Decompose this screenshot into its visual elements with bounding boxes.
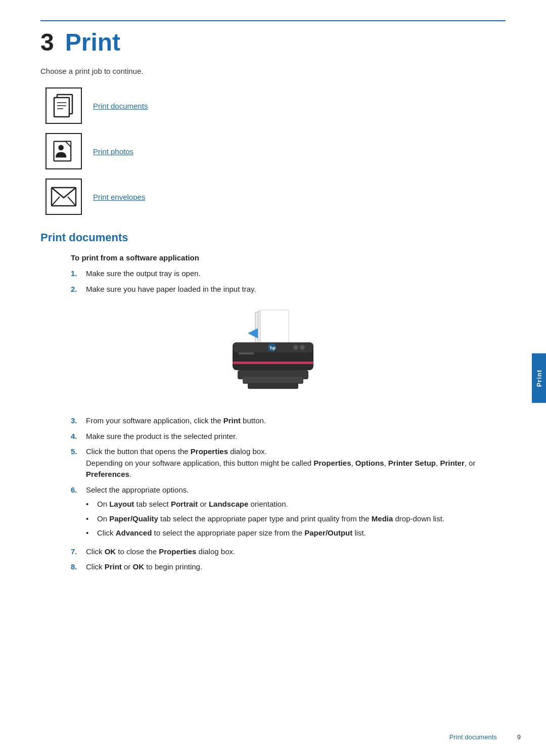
- svg-point-23: [293, 345, 298, 350]
- intro-text: Choose a print job to continue.: [40, 67, 506, 75]
- nav-item-print-envelopes: Print envelopes: [46, 179, 506, 215]
- step-6-text: Select the appropriate options. • On Lay…: [86, 484, 506, 542]
- svg-rect-21: [243, 377, 303, 384]
- sidebar-tab-label: Print: [535, 369, 543, 387]
- step-3-text: From your software application, click th…: [86, 415, 506, 427]
- printer-image: hp: [40, 307, 506, 403]
- svg-marker-14: [248, 328, 258, 338]
- svg-text:hp: hp: [270, 345, 276, 350]
- bullet-layout: • On Layout tab select Portrait or Lands…: [86, 499, 506, 510]
- step-3-num: 3.: [71, 415, 86, 427]
- chapter-number: 3: [40, 30, 54, 55]
- bullet-text-3: Click Advanced to select the appropriate…: [97, 527, 366, 539]
- bullet-text-2: On Paper/Quality tab select the appropri…: [97, 513, 444, 525]
- svg-rect-19: [233, 362, 313, 364]
- step-2-num: 2.: [71, 284, 86, 295]
- section-heading: Print documents: [40, 231, 506, 244]
- page-footer: Print documents 9: [449, 733, 521, 741]
- svg-point-24: [300, 345, 305, 350]
- step-7: 7. Click OK to close the Properties dial…: [71, 546, 506, 558]
- step-4-num: 4.: [71, 431, 86, 442]
- svg-rect-25: [239, 352, 254, 354]
- step-5: 5. Click the button that opens the Prope…: [71, 446, 506, 480]
- step-7-num: 7.: [71, 546, 86, 558]
- envelope-icon: [46, 179, 82, 215]
- chapter-heading: 3 Print: [40, 30, 506, 55]
- bullet-text-1: On Layout tab select Portrait or Landsca…: [97, 499, 288, 510]
- step-8: 8. Click Print or OK to begin printing.: [71, 561, 506, 573]
- step-2: 2. Make sure you have paper loaded in th…: [71, 284, 506, 295]
- print-envelopes-link[interactable]: Print envelopes: [93, 193, 145, 201]
- steps-list: 1. Make sure the output tray is open. 2.…: [71, 268, 506, 295]
- nav-item-print-documents: Print documents: [46, 87, 506, 124]
- subsection-label: To print from a software application: [71, 253, 506, 262]
- footer-link[interactable]: Print documents: [449, 733, 497, 741]
- step-5-num: 5.: [71, 446, 86, 480]
- steps-list-continued: 3. From your software application, click…: [71, 415, 506, 573]
- top-rule: [40, 20, 506, 21]
- footer-page-number: 9: [517, 733, 521, 741]
- step-1-text: Make sure the output tray is open.: [86, 268, 506, 280]
- step-8-num: 8.: [71, 561, 86, 573]
- svg-rect-1: [54, 98, 69, 117]
- documents-icon: [46, 87, 82, 124]
- step-3: 3. From your software application, click…: [71, 415, 506, 427]
- bullet-dot-3: •: [86, 527, 97, 539]
- nav-links: Print documents Print phot: [46, 87, 506, 215]
- sidebar-tab: Print: [532, 353, 546, 403]
- bullet-dot-1: •: [86, 499, 97, 510]
- chapter-title: Print: [65, 30, 120, 55]
- print-photos-link[interactable]: Print photos: [93, 147, 133, 156]
- step-2-text: Make sure you have paper loaded in the i…: [86, 284, 506, 295]
- step-1-num: 1.: [71, 268, 86, 280]
- svg-point-7: [58, 145, 64, 151]
- step-1: 1. Make sure the output tray is open.: [71, 268, 506, 280]
- print-documents-link[interactable]: Print documents: [93, 102, 148, 110]
- step-4-text: Make sure the product is the selected pr…: [86, 431, 506, 442]
- step-8-text: Click Print or OK to begin printing.: [86, 561, 506, 573]
- bullet-dot-2: •: [86, 513, 97, 525]
- step-6-bullets: • On Layout tab select Portrait or Lands…: [86, 499, 506, 539]
- step-4: 4. Make sure the product is the selected…: [71, 431, 506, 442]
- svg-rect-22: [248, 383, 298, 389]
- step-6-num: 6.: [71, 484, 86, 542]
- nav-item-print-photos: Print photos: [46, 133, 506, 169]
- bullet-paper-quality: • On Paper/Quality tab select the approp…: [86, 513, 506, 525]
- photo-icon: [46, 133, 82, 169]
- bullet-advanced: • Click Advanced to select the appropria…: [86, 527, 506, 539]
- step-7-text: Click OK to close the Properties dialog …: [86, 546, 506, 558]
- step-5-text: Click the button that opens the Properti…: [86, 446, 506, 480]
- step-6: 6. Select the appropriate options. • On …: [71, 484, 506, 542]
